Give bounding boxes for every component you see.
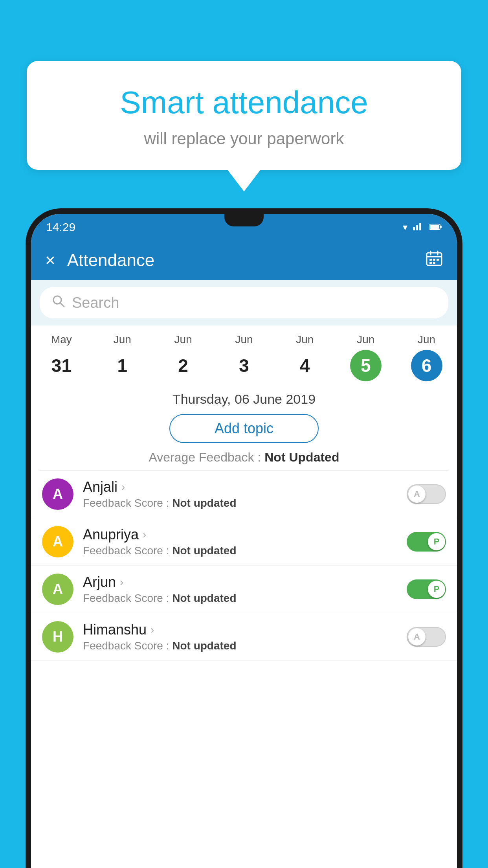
chevron-icon: ›	[121, 481, 125, 493]
svg-rect-5	[430, 225, 439, 229]
search-icon	[51, 294, 66, 312]
svg-rect-2	[419, 223, 421, 230]
svg-rect-13	[429, 262, 432, 264]
speech-bubble: Smart attendance will replace your paper…	[27, 61, 461, 170]
chevron-icon: ›	[143, 528, 146, 541]
add-topic-button[interactable]: Add topic	[169, 414, 319, 443]
close-button[interactable]: ×	[45, 250, 55, 270]
student-row-anupriya[interactable]: A Anupriya › Feedback Score : Not update…	[31, 518, 457, 566]
phone-notch	[224, 214, 264, 226]
app-header: × Attendance	[31, 241, 457, 280]
cal-day-0[interactable]: May 31	[31, 333, 92, 381]
cal-day-6[interactable]: Jun 6	[396, 333, 457, 381]
search-placeholder: Search	[72, 294, 119, 311]
svg-rect-11	[433, 259, 435, 261]
avatar-himanshu: H	[42, 621, 73, 653]
attendance-toggle-anjali[interactable]: A	[407, 484, 446, 504]
calendar-icon[interactable]	[426, 250, 443, 271]
phone-frame: 14:29 ▾	[26, 208, 462, 868]
svg-rect-14	[433, 262, 435, 264]
speech-bubble-container: Smart attendance will replace your paper…	[27, 61, 461, 191]
student-row-arjun[interactable]: A Arjun › Feedback Score : Not updated P	[31, 566, 457, 613]
cal-day-1[interactable]: Jun 1	[92, 333, 153, 381]
attendance-toggle-arjun[interactable]: P	[407, 579, 446, 599]
cal-day-2[interactable]: Jun 2	[153, 333, 214, 381]
avatar-arjun: A	[42, 574, 73, 605]
svg-rect-4	[440, 226, 442, 228]
svg-rect-0	[413, 227, 415, 230]
attendance-toggle-anupriya[interactable]: P	[407, 532, 446, 552]
avg-feedback: Average Feedback : Not Updated	[31, 450, 457, 465]
chevron-icon: ›	[150, 623, 154, 636]
student-name-anupriya: Anupriya	[83, 526, 139, 543]
cal-day-3[interactable]: Jun 3	[214, 333, 275, 381]
search-bar[interactable]: Search	[40, 287, 448, 318]
chevron-icon: ›	[120, 576, 123, 588]
svg-rect-12	[437, 259, 439, 261]
signal-icon	[413, 222, 424, 233]
search-bar-container: Search	[31, 280, 457, 326]
battery-icon	[429, 222, 442, 233]
speech-bubble-tail	[227, 170, 261, 191]
attendance-toggle-himanshu[interactable]: A	[407, 627, 446, 647]
status-time: 14:29	[46, 221, 75, 234]
student-row-himanshu[interactable]: H Himanshu › Feedback Score : Not update…	[31, 613, 457, 661]
cal-day-4[interactable]: Jun 4	[274, 333, 335, 381]
phone-screen: 14:29 ▾	[31, 214, 457, 868]
student-name-anjali: Anjali	[83, 479, 117, 495]
svg-rect-10	[429, 259, 432, 261]
svg-line-16	[61, 303, 64, 307]
avatar-anjali: A	[42, 478, 73, 510]
avatar-anupriya: A	[42, 526, 73, 557]
wifi-icon: ▾	[403, 222, 407, 233]
student-name-himanshu: Himanshu	[83, 622, 147, 638]
app-tagline-subtitle: will replace your paperwork	[58, 129, 430, 148]
student-info-himanshu: Himanshu › Feedback Score : Not updated	[83, 622, 407, 652]
student-row-anjali[interactable]: A Anjali › Feedback Score : Not updated …	[31, 471, 457, 518]
student-name-arjun: Arjun	[83, 574, 116, 590]
selected-date-label: Thursday, 06 June 2019	[31, 387, 457, 414]
svg-rect-1	[416, 225, 418, 230]
student-info-arjun: Arjun › Feedback Score : Not updated	[83, 574, 407, 605]
cal-day-5[interactable]: Jun 5	[335, 333, 396, 381]
student-info-anupriya: Anupriya › Feedback Score : Not updated	[83, 526, 407, 557]
calendar-strip: May 31 Jun 1 Jun 2 Jun 3 Jun 4 Jun 5	[31, 326, 457, 387]
header-title: Attendance	[67, 250, 426, 270]
status-icons: ▾	[403, 222, 442, 233]
app-tagline-title: Smart attendance	[58, 85, 430, 121]
student-info-anjali: Anjali › Feedback Score : Not updated	[83, 479, 407, 509]
